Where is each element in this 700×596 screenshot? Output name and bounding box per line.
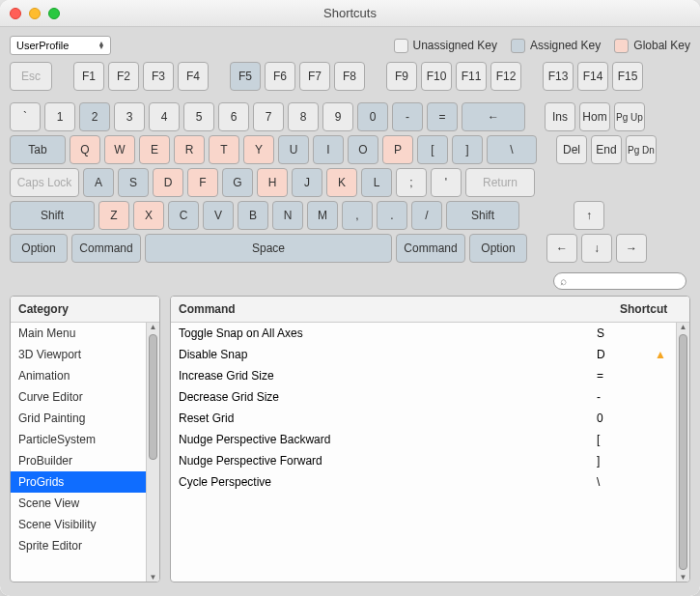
key-esc[interactable]: Esc — [10, 62, 52, 91]
key-9[interactable]: 9 — [322, 102, 353, 131]
key-comma[interactable]: , — [342, 201, 373, 230]
scroll-up-icon[interactable]: ▲ — [147, 323, 159, 331]
category-item[interactable]: Grid Painting — [11, 408, 146, 429]
key-c[interactable]: C — [168, 201, 199, 230]
category-item[interactable]: Animation — [11, 365, 146, 386]
scroll-thumb[interactable] — [679, 334, 687, 570]
scroll-down-icon[interactable]: ▼ — [677, 573, 689, 582]
key-2[interactable]: 2 — [79, 102, 110, 131]
key-pgup[interactable]: Pg Up — [614, 102, 645, 131]
key-u[interactable]: U — [278, 135, 309, 164]
key-v[interactable]: V — [203, 201, 234, 230]
key-f6[interactable]: F6 — [265, 62, 295, 91]
key-m[interactable]: M — [307, 201, 338, 230]
key-equal[interactable]: = — [427, 102, 458, 131]
key-4[interactable]: 4 — [149, 102, 180, 131]
key-f14[interactable]: F14 — [577, 62, 608, 91]
key-rbracket[interactable]: ] — [452, 135, 483, 164]
command-row[interactable]: Decrease Grid Size- — [171, 386, 676, 408]
key-n[interactable]: N — [272, 201, 303, 230]
key-j[interactable]: J — [292, 168, 322, 197]
key-l[interactable]: L — [361, 168, 392, 197]
key-a[interactable]: A — [83, 168, 114, 197]
key-f9[interactable]: F9 — [386, 62, 417, 91]
key-rcommand[interactable]: Command — [396, 234, 465, 263]
key-f[interactable]: F — [187, 168, 218, 197]
key-f8[interactable]: F8 — [334, 62, 365, 91]
category-item[interactable]: Scene Visibility — [11, 514, 146, 535]
key-f5[interactable]: F5 — [230, 62, 261, 91]
key-5[interactable]: 5 — [183, 102, 214, 131]
key-p[interactable]: P — [382, 135, 413, 164]
key-3[interactable]: 3 — [114, 102, 145, 131]
key-lbracket[interactable]: [ — [417, 135, 448, 164]
key-ins[interactable]: Ins — [545, 102, 575, 131]
category-item[interactable]: Scene View — [11, 493, 146, 514]
key-period[interactable]: . — [377, 201, 407, 230]
key-k[interactable]: K — [326, 168, 357, 197]
key-h[interactable]: H — [257, 168, 288, 197]
key-i[interactable]: I — [313, 135, 344, 164]
category-item[interactable]: Curve Editor — [11, 386, 146, 408]
key-f3[interactable]: F3 — [143, 62, 174, 91]
key-q[interactable]: Q — [70, 135, 100, 164]
key-f1[interactable]: F1 — [73, 62, 104, 91]
command-row[interactable]: Nudge Perspective Backward[ — [171, 429, 676, 450]
key-f11[interactable]: F11 — [456, 62, 487, 91]
key-d[interactable]: D — [153, 168, 183, 197]
key-x[interactable]: X — [133, 201, 164, 230]
key-b[interactable]: B — [238, 201, 268, 230]
category-item[interactable]: ProGrids — [11, 471, 146, 493]
key-f12[interactable]: F12 — [490, 62, 521, 91]
key-g[interactable]: G — [222, 168, 253, 197]
key-s[interactable]: S — [118, 168, 149, 197]
key-e[interactable]: E — [139, 135, 170, 164]
key-semicolon[interactable]: ; — [396, 168, 427, 197]
key-f7[interactable]: F7 — [299, 62, 330, 91]
command-row[interactable]: Increase Grid Size= — [171, 365, 676, 386]
key-end[interactable]: End — [591, 135, 622, 164]
key-return[interactable]: Return — [465, 168, 535, 197]
category-item[interactable]: 3D Viewport — [11, 344, 146, 365]
key-roption[interactable]: Option — [469, 234, 527, 263]
key-rshift[interactable]: Shift — [446, 201, 519, 230]
key-down[interactable]: ↓ — [581, 234, 612, 263]
key-z[interactable]: Z — [98, 201, 129, 230]
key-1[interactable]: 1 — [44, 102, 75, 131]
key-up[interactable]: ↑ — [574, 201, 604, 230]
command-row[interactable]: Nudge Perspective Forward] — [171, 450, 676, 471]
key-slash[interactable]: / — [411, 201, 442, 230]
key-0[interactable]: 0 — [357, 102, 388, 131]
command-row[interactable]: Disable SnapD▲ — [171, 344, 676, 365]
key-home[interactable]: Hom — [579, 102, 610, 131]
key-f2[interactable]: F2 — [108, 62, 139, 91]
key-7[interactable]: 7 — [253, 102, 284, 131]
key-w[interactable]: W — [104, 135, 135, 164]
category-scrollbar[interactable]: ▲ ▼ — [146, 323, 159, 582]
command-scrollbar[interactable]: ▲ ▼ — [676, 323, 689, 582]
command-list[interactable]: Toggle Snap on All AxesSDisable SnapD▲In… — [171, 323, 676, 582]
key-6[interactable]: 6 — [218, 102, 249, 131]
category-item[interactable]: ParticleSystem — [11, 429, 146, 450]
key-backspace[interactable]: ← — [462, 102, 525, 131]
key-apostrophe[interactable]: ' — [431, 168, 462, 197]
key-left[interactable]: ← — [546, 234, 577, 263]
category-item[interactable]: ProBuilder — [11, 450, 146, 471]
key-lcommand[interactable]: Command — [71, 234, 141, 263]
key-8[interactable]: 8 — [288, 102, 319, 131]
key-grave[interactable]: ` — [10, 102, 41, 131]
key-right[interactable]: → — [616, 234, 647, 263]
key-minus[interactable]: - — [392, 102, 423, 131]
scroll-up-icon[interactable]: ▲ — [677, 323, 689, 331]
key-tab[interactable]: Tab — [10, 135, 66, 164]
command-row[interactable]: Cycle Perspective\ — [171, 471, 676, 493]
search-input[interactable] — [553, 272, 686, 290]
key-pgdn[interactable]: Pg Dn — [626, 135, 657, 164]
key-backslash[interactable]: \ — [487, 135, 537, 164]
command-row[interactable]: Toggle Snap on All AxesS — [171, 323, 676, 344]
key-del[interactable]: Del — [556, 135, 587, 164]
key-f10[interactable]: F10 — [421, 62, 452, 91]
profile-dropdown[interactable]: UserProfile ▲▼ — [10, 36, 111, 55]
key-f4[interactable]: F4 — [178, 62, 209, 91]
key-r[interactable]: R — [174, 135, 205, 164]
